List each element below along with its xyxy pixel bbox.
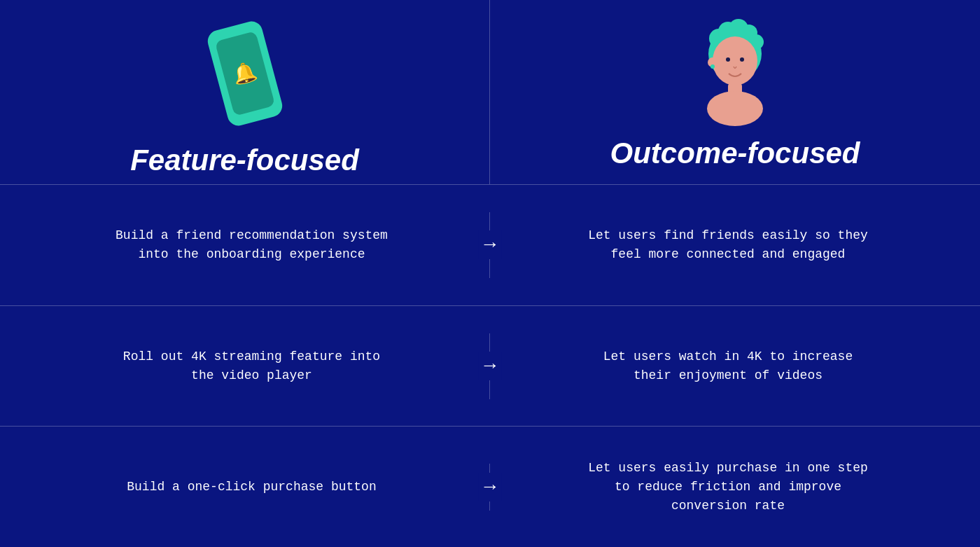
row-2-right-text: Let users watch in 4K to increasetheir e… <box>603 347 853 385</box>
bell-icon: 🔔 <box>230 59 260 88</box>
comparison-row-3: Build a one-click purchase button → Let … <box>0 426 980 547</box>
comparison-row-1: Build a friend recommendation systeminto… <box>0 184 980 305</box>
row-3-left: Build a one-click purchase button <box>0 464 490 511</box>
left-column-title: Feature-focused <box>130 144 359 177</box>
row-1-left-text: Build a friend recommendation systeminto… <box>115 226 388 264</box>
right-column-title: Outcome-focused <box>610 137 860 170</box>
row-2-left: Roll out 4K streaming feature intothe vi… <box>0 333 490 399</box>
row-1-left: Build a friend recommendation systeminto… <box>0 212 490 278</box>
arrow-2: → <box>479 352 502 380</box>
row-3-left-text: Build a one-click purchase button <box>127 478 376 497</box>
svg-point-7 <box>726 57 730 62</box>
page-container: 🔔 Feature-focused <box>0 0 980 547</box>
row-1-right: Let users find friends easily so theyfee… <box>490 212 980 278</box>
svg-point-12 <box>707 91 763 126</box>
arrow-3: → <box>479 473 502 501</box>
phone-body: 🔔 <box>205 19 285 128</box>
left-header: 🔔 Feature-focused <box>0 0 490 184</box>
rows-section: Build a friend recommendation systeminto… <box>0 184 980 547</box>
row-3-right: Let users easily purchase in one stepto … <box>490 445 980 529</box>
phone-screen: 🔔 <box>214 31 274 116</box>
row-2-left-text: Roll out 4K streaming feature intothe vi… <box>123 347 380 385</box>
svg-point-6 <box>713 36 757 85</box>
arrow-1: → <box>479 230 502 259</box>
phone-illustration: 🔔 <box>190 8 300 139</box>
comparison-row-2: Roll out 4K streaming feature intothe vi… <box>0 305 980 427</box>
svg-point-10 <box>710 64 715 69</box>
row-2-right: Let users watch in 4K to increasetheir e… <box>490 333 980 399</box>
row-1-right-text: Let users find friends easily so theyfee… <box>588 226 868 264</box>
right-header: Outcome-focused <box>490 0 980 184</box>
person-illustration <box>690 18 780 130</box>
header-row: 🔔 Feature-focused <box>0 0 980 184</box>
svg-point-8 <box>740 57 744 62</box>
row-3-right-text: Let users easily purchase in one stepto … <box>588 459 868 515</box>
